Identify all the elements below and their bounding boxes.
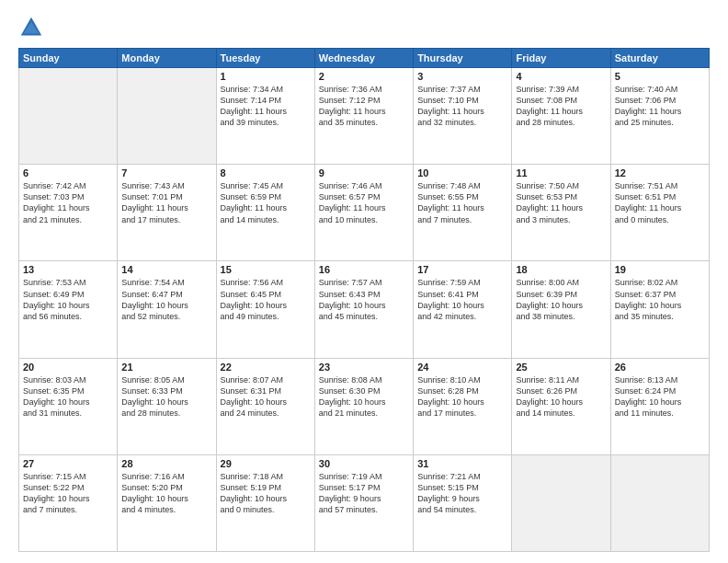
cell-content: Sunrise: 7:43 AMSunset: 7:01 PMDaylight:… (121, 180, 211, 225)
calendar-cell: 26Sunrise: 8:13 AMSunset: 6:24 PMDayligh… (610, 358, 709, 454)
day-number: 6 (23, 167, 113, 178)
weekday-header-row: SundayMondayTuesdayWednesdayThursdayFrid… (19, 49, 710, 68)
calendar-cell (610, 454, 709, 551)
cell-content: Sunrise: 7:42 AMSunset: 7:03 PMDaylight:… (23, 180, 113, 225)
calendar-cell: 24Sunrise: 8:10 AMSunset: 6:28 PMDayligh… (414, 358, 512, 454)
calendar-cell: 18Sunrise: 8:00 AMSunset: 6:39 PMDayligh… (512, 261, 610, 358)
week-row-1: 6Sunrise: 7:42 AMSunset: 7:03 PMDaylight… (19, 165, 710, 261)
day-number: 22 (221, 362, 311, 373)
day-number: 30 (319, 458, 409, 469)
day-number: 15 (221, 264, 311, 275)
cell-content: Sunrise: 8:11 AMSunset: 6:26 PMDaylight:… (516, 374, 606, 419)
week-row-3: 20Sunrise: 8:03 AMSunset: 6:35 PMDayligh… (19, 358, 710, 454)
day-number: 26 (615, 362, 705, 373)
calendar-cell: 2Sunrise: 7:36 AMSunset: 7:12 PMDaylight… (314, 68, 413, 165)
calendar-cell: 13Sunrise: 7:53 AMSunset: 6:49 PMDayligh… (19, 261, 118, 358)
day-number: 5 (615, 71, 705, 82)
day-number: 18 (516, 264, 606, 275)
cell-content: Sunrise: 7:53 AMSunset: 6:49 PMDaylight:… (23, 277, 113, 322)
weekday-header-monday: Monday (118, 49, 216, 68)
day-number: 10 (417, 167, 507, 178)
day-number: 20 (23, 362, 113, 373)
day-number: 16 (319, 264, 409, 275)
day-number: 27 (23, 458, 113, 469)
cell-content: Sunrise: 7:45 AMSunset: 6:59 PMDaylight:… (221, 180, 311, 225)
week-row-2: 13Sunrise: 7:53 AMSunset: 6:49 PMDayligh… (19, 261, 710, 358)
cell-content: Sunrise: 8:10 AMSunset: 6:28 PMDaylight:… (417, 374, 507, 419)
cell-content: Sunrise: 8:02 AMSunset: 6:37 PMDaylight:… (615, 277, 705, 322)
calendar-cell: 29Sunrise: 7:18 AMSunset: 5:19 PMDayligh… (216, 454, 314, 551)
cell-content: Sunrise: 7:48 AMSunset: 6:55 PMDaylight:… (417, 180, 507, 225)
logo (18, 15, 48, 40)
day-number: 12 (615, 167, 705, 178)
day-number: 25 (516, 362, 606, 373)
day-number: 2 (319, 71, 409, 82)
calendar-cell: 1Sunrise: 7:34 AMSunset: 7:14 PMDaylight… (216, 68, 314, 165)
calendar-cell: 27Sunrise: 7:15 AMSunset: 5:22 PMDayligh… (19, 454, 118, 551)
day-number: 11 (516, 167, 606, 178)
cell-content: Sunrise: 7:46 AMSunset: 6:57 PMDaylight:… (319, 180, 409, 225)
calendar-cell: 22Sunrise: 8:07 AMSunset: 6:31 PMDayligh… (216, 358, 314, 454)
day-number: 29 (221, 458, 311, 469)
weekday-header-saturday: Saturday (610, 49, 709, 68)
calendar-cell: 30Sunrise: 7:19 AMSunset: 5:17 PMDayligh… (314, 454, 413, 551)
day-number: 17 (417, 264, 507, 275)
calendar-cell: 21Sunrise: 8:05 AMSunset: 6:33 PMDayligh… (118, 358, 216, 454)
calendar-cell (19, 68, 118, 165)
cell-content: Sunrise: 7:56 AMSunset: 6:45 PMDaylight:… (221, 277, 311, 322)
calendar-cell: 11Sunrise: 7:50 AMSunset: 6:53 PMDayligh… (512, 165, 610, 261)
day-number: 23 (319, 362, 409, 373)
day-number: 19 (615, 264, 705, 275)
day-number: 3 (417, 71, 507, 82)
weekday-header-thursday: Thursday (414, 49, 512, 68)
calendar-cell: 10Sunrise: 7:48 AMSunset: 6:55 PMDayligh… (414, 165, 512, 261)
calendar-cell: 7Sunrise: 7:43 AMSunset: 7:01 PMDaylight… (118, 165, 216, 261)
cell-content: Sunrise: 7:51 AMSunset: 6:51 PMDaylight:… (615, 180, 705, 225)
cell-content: Sunrise: 7:36 AMSunset: 7:12 PMDaylight:… (319, 84, 409, 129)
weekday-header-friday: Friday (512, 49, 610, 68)
calendar-cell: 12Sunrise: 7:51 AMSunset: 6:51 PMDayligh… (610, 165, 709, 261)
day-number: 1 (221, 71, 311, 82)
day-number: 28 (121, 458, 211, 469)
cell-content: Sunrise: 7:34 AMSunset: 7:14 PMDaylight:… (221, 84, 311, 129)
cell-content: Sunrise: 8:03 AMSunset: 6:35 PMDaylight:… (23, 374, 113, 419)
calendar-cell: 25Sunrise: 8:11 AMSunset: 6:26 PMDayligh… (512, 358, 610, 454)
cell-content: Sunrise: 8:08 AMSunset: 6:30 PMDaylight:… (319, 374, 409, 419)
day-number: 4 (516, 71, 606, 82)
cell-content: Sunrise: 7:37 AMSunset: 7:10 PMDaylight:… (417, 84, 507, 129)
cell-content: Sunrise: 8:05 AMSunset: 6:33 PMDaylight:… (121, 374, 211, 419)
calendar-cell: 9Sunrise: 7:46 AMSunset: 6:57 PMDaylight… (314, 165, 413, 261)
calendar-cell (118, 68, 216, 165)
calendar-cell: 5Sunrise: 7:40 AMSunset: 7:06 PMDaylight… (610, 68, 709, 165)
calendar-cell: 17Sunrise: 7:59 AMSunset: 6:41 PMDayligh… (414, 261, 512, 358)
cell-content: Sunrise: 7:15 AMSunset: 5:22 PMDaylight:… (23, 471, 113, 516)
cell-content: Sunrise: 8:07 AMSunset: 6:31 PMDaylight:… (221, 374, 311, 419)
calendar-cell (512, 454, 610, 551)
day-number: 24 (417, 362, 507, 373)
calendar-cell: 6Sunrise: 7:42 AMSunset: 7:03 PMDaylight… (19, 165, 118, 261)
weekday-header-tuesday: Tuesday (216, 49, 314, 68)
weekday-header-sunday: Sunday (19, 49, 118, 68)
page: SundayMondayTuesdayWednesdayThursdayFrid… (0, 0, 728, 563)
cell-content: Sunrise: 7:21 AMSunset: 5:15 PMDaylight:… (417, 471, 507, 516)
day-number: 14 (121, 264, 211, 275)
calendar-cell: 28Sunrise: 7:16 AMSunset: 5:20 PMDayligh… (118, 454, 216, 551)
calendar-cell: 31Sunrise: 7:21 AMSunset: 5:15 PMDayligh… (414, 454, 512, 551)
week-row-0: 1Sunrise: 7:34 AMSunset: 7:14 PMDaylight… (19, 68, 710, 165)
cell-content: Sunrise: 7:54 AMSunset: 6:47 PMDaylight:… (121, 277, 211, 322)
cell-content: Sunrise: 8:00 AMSunset: 6:39 PMDaylight:… (516, 277, 606, 322)
header (18, 15, 710, 40)
calendar-cell: 8Sunrise: 7:45 AMSunset: 6:59 PMDaylight… (216, 165, 314, 261)
calendar-cell: 15Sunrise: 7:56 AMSunset: 6:45 PMDayligh… (216, 261, 314, 358)
cell-content: Sunrise: 7:40 AMSunset: 7:06 PMDaylight:… (615, 84, 705, 129)
day-number: 8 (221, 167, 311, 178)
weekday-header-wednesday: Wednesday (314, 49, 413, 68)
calendar-cell: 16Sunrise: 7:57 AMSunset: 6:43 PMDayligh… (314, 261, 413, 358)
cell-content: Sunrise: 7:18 AMSunset: 5:19 PMDaylight:… (221, 471, 311, 516)
day-number: 31 (417, 458, 507, 469)
cell-content: Sunrise: 7:19 AMSunset: 5:17 PMDaylight:… (319, 471, 409, 516)
calendar-cell: 23Sunrise: 8:08 AMSunset: 6:30 PMDayligh… (314, 358, 413, 454)
calendar-cell: 20Sunrise: 8:03 AMSunset: 6:35 PMDayligh… (19, 358, 118, 454)
logo-icon (18, 15, 44, 40)
day-number: 13 (23, 264, 113, 275)
